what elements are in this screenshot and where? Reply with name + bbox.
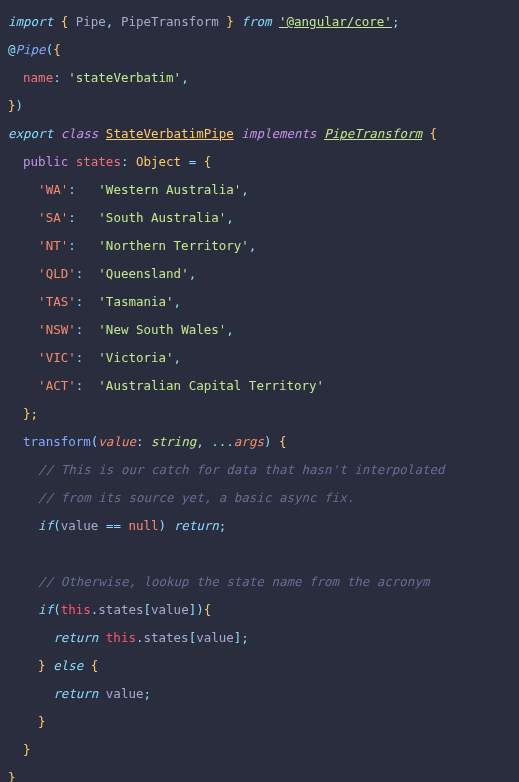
method-transform: transform [23, 434, 91, 449]
type-string: string [151, 434, 196, 449]
keyword-this: this [61, 602, 91, 617]
brace-open: { [204, 154, 212, 169]
prop-states: states [98, 602, 143, 617]
op-eqeq: == [106, 518, 121, 533]
param-value: value [98, 434, 136, 449]
brace-close: } [226, 14, 234, 29]
comma: , [189, 266, 197, 281]
prop-states: states [143, 630, 188, 645]
comma: , [226, 322, 234, 337]
var-value: value [196, 630, 234, 645]
bracket-open: [ [144, 602, 152, 617]
state-val-nt: 'Northern Territory' [98, 238, 249, 253]
state-key-vic: 'VIC' [38, 350, 76, 365]
brace-open: { [61, 14, 69, 29]
import-pipetransform: PipeTransform [121, 14, 219, 29]
comma: , [226, 210, 234, 225]
comma: , [174, 350, 182, 365]
keyword-return: return [53, 630, 98, 645]
colon: : [136, 434, 144, 449]
colon: : [76, 350, 84, 365]
colon: : [68, 210, 76, 225]
keyword-from: from [241, 14, 271, 29]
semi: ; [219, 518, 227, 533]
state-val-tas: 'Tasmania' [98, 294, 173, 309]
keyword-return: return [53, 686, 98, 701]
brace-open: { [91, 658, 99, 673]
comma: , [181, 70, 189, 85]
keyword-if: if [38, 518, 53, 533]
comma: , [196, 434, 204, 449]
state-key-nsw: 'NSW' [38, 322, 76, 337]
comma: , [249, 238, 257, 253]
state-val-sa: 'South Australia' [98, 210, 226, 225]
paren-open: ( [53, 602, 61, 617]
state-val-qld: 'Queensland' [98, 266, 188, 281]
keyword-null: null [128, 518, 158, 533]
colon: : [68, 182, 76, 197]
brace-open: { [204, 602, 212, 617]
keyword-return: return [174, 518, 219, 533]
brace-open: { [279, 434, 287, 449]
state-key-tas: 'TAS' [38, 294, 76, 309]
colon: : [53, 70, 61, 85]
type-object: Object [136, 154, 181, 169]
keyword-public: public [23, 154, 68, 169]
paren-close: ) [196, 602, 204, 617]
class-name: StateVerbatimPipe [106, 126, 234, 141]
brace-close: } [38, 658, 46, 673]
comma: , [106, 14, 114, 29]
state-val-nsw: 'New South Wales' [98, 322, 226, 337]
keyword-else: else [53, 658, 83, 673]
import-module: '@angular/core' [279, 14, 392, 29]
comma: , [241, 182, 249, 197]
var-value: value [106, 686, 144, 701]
paren-close: ) [264, 434, 272, 449]
var-value: value [61, 518, 99, 533]
brace-close-semi: }; [23, 406, 38, 421]
keyword-class: class [61, 126, 99, 141]
keyword-if: if [38, 602, 53, 617]
brace-open: { [53, 42, 61, 57]
colon: : [68, 238, 76, 253]
state-key-act: 'ACT' [38, 378, 76, 393]
comment-3: // Otherwise, lookup the state name from… [38, 574, 429, 589]
code-block: import { Pipe, PipeTransform } from '@an… [8, 8, 511, 782]
decorator-pipe: Pipe [16, 42, 46, 57]
colon: : [76, 266, 84, 281]
keyword-this: this [106, 630, 136, 645]
colon: : [76, 294, 84, 309]
state-key-wa: 'WA' [38, 182, 68, 197]
interface-name: PipeTransform [324, 126, 422, 141]
keyword-import: import [8, 14, 53, 29]
state-key-qld: 'QLD' [38, 266, 76, 281]
comma: , [174, 294, 182, 309]
brace-close: } [38, 714, 46, 729]
brace-open: { [430, 126, 438, 141]
keyword-implements: implements [241, 126, 316, 141]
decorator-at: @ [8, 42, 16, 57]
prop-states: states [76, 154, 121, 169]
brace-close: } [8, 770, 16, 782]
prop-name: name [23, 70, 53, 85]
colon: : [121, 154, 129, 169]
paren-open: ( [53, 518, 61, 533]
brace-close: } [23, 742, 31, 757]
state-val-wa: 'Western Australia' [98, 182, 241, 197]
colon: : [76, 322, 84, 337]
semi: ; [241, 630, 249, 645]
eq: = [189, 154, 197, 169]
var-value: value [151, 602, 189, 617]
comment-2: // from its source yet, a basic async fi… [38, 490, 354, 505]
state-val-act: 'Australian Capital Territory' [98, 378, 324, 393]
comment-1: // This is our catch for data that hasn'… [38, 462, 444, 477]
state-val-vic: 'Victoria' [98, 350, 173, 365]
param-args: args [234, 434, 264, 449]
state-key-nt: 'NT' [38, 238, 68, 253]
pipe-name-value: 'stateVerbatim' [68, 70, 181, 85]
paren-close: ) [16, 98, 24, 113]
keyword-export: export [8, 126, 53, 141]
colon: : [76, 378, 84, 393]
state-key-sa: 'SA' [38, 210, 68, 225]
spread: ... [211, 434, 234, 449]
